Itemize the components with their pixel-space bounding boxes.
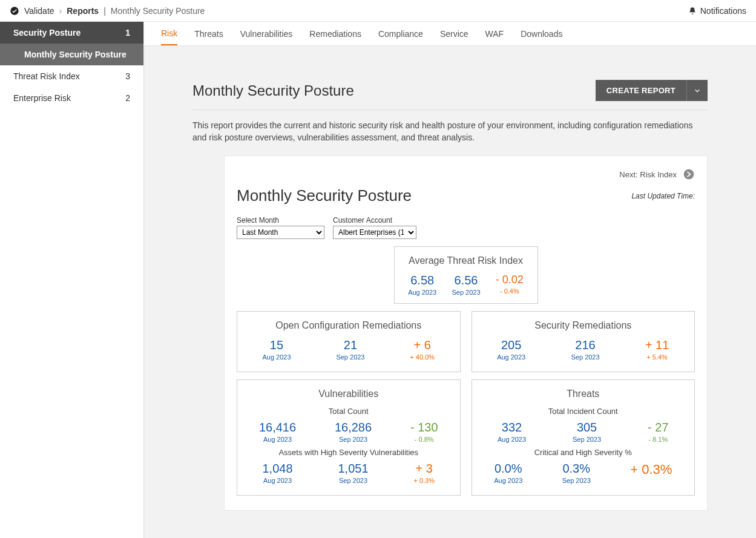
kpi-value-b: 0.3% — [562, 462, 591, 476]
kpi-value-b: 6.56 — [452, 274, 480, 287]
chevron-down-icon — [693, 87, 702, 95]
next-link[interactable]: Next: Risk Index — [619, 170, 677, 179]
kpi-value-a: 1,048 — [262, 462, 292, 476]
kpi-delta: + 11 — [645, 338, 669, 352]
kpi-value-a: 16,416 — [259, 421, 296, 435]
arrow-right-circle-icon[interactable] — [683, 168, 695, 180]
kpi-title: Security Remediations — [478, 320, 689, 331]
sidebar-item-label: Enterprise Risk — [13, 93, 71, 103]
kpi-value-b: 305 — [573, 421, 601, 435]
sidebar-item-label: Threat Risk Index — [13, 71, 80, 81]
kpi-delta: - 130 — [410, 421, 438, 435]
tabs: Risk Threats Vulnerabilities Remediation… — [144, 22, 756, 46]
sidebar-item-label: Security Posture — [13, 28, 81, 38]
kpi-subtitle: Assets with High Severity Vulnerabilitie… — [243, 448, 454, 457]
kpi-open-config-remediations: Open Configuration Remediations 15 Aug 2… — [237, 311, 461, 372]
sidebar: Security Posture 1 Monthly Security Post… — [0, 22, 144, 538]
report-panel: Next: Risk Index Monthly Security Postur… — [224, 156, 708, 511]
kpi-value-b: 216 — [571, 338, 600, 352]
notifications-label: Notifications — [700, 6, 746, 16]
tab-downloads[interactable]: Downloads — [521, 23, 562, 45]
kpi-pct: - 0.8% — [410, 436, 438, 443]
svg-point-1 — [684, 169, 694, 180]
kpi-pct: + 40.0% — [410, 353, 435, 361]
kpi-title: Vulnerabilities — [243, 389, 454, 399]
chevron-right-icon: › — [59, 6, 62, 16]
sidebar-item-monthly-security-posture[interactable]: Monthly Security Posture — [0, 44, 143, 65]
kpi-delta: - 0.02 — [496, 274, 524, 286]
kpi-vulnerabilities: Vulnerabilities Total Count 16,416 Aug 2… — [237, 379, 461, 496]
tab-remediations[interactable]: Remediations — [309, 23, 361, 45]
kpi-period-b: Sep 2023 — [562, 477, 591, 484]
kpi-title: Average Threat Risk Index — [404, 255, 528, 266]
create-report-button[interactable]: CREATE REPORT — [596, 80, 686, 101]
kpi-delta: + 6 — [410, 338, 435, 352]
kpi-value-b: 21 — [336, 338, 364, 352]
kpi-period-a: Aug 2023 — [497, 353, 525, 361]
sidebar-item-security-posture[interactable]: Security Posture 1 — [0, 22, 143, 44]
create-report-dropdown-button[interactable] — [686, 80, 708, 101]
kpi-subtitle: Critical and High Severity % — [478, 448, 689, 457]
kpi-title: Open Configuration Remediations — [243, 320, 454, 331]
tab-compliance[interactable]: Compliance — [378, 23, 423, 45]
page-description: This report provides the current and his… — [192, 120, 708, 143]
kpi-period-b: Sep 2023 — [452, 289, 480, 296]
kpi-period-b: Sep 2023 — [571, 353, 600, 361]
kpi-pct: - 8.1% — [648, 436, 668, 443]
kpi-period-a: Aug 2023 — [408, 289, 436, 296]
kpi-delta: + 0.3% — [630, 462, 672, 477]
breadcrumb-section[interactable]: Reports — [67, 6, 99, 16]
kpi-period-b: Sep 2023 — [573, 436, 601, 443]
customer-account-group: Customer Account Albert Enterprises (107… — [333, 216, 416, 239]
kpi-subtitle: Total Count — [243, 407, 454, 416]
kpi-period-a: Aug 2023 — [262, 353, 291, 361]
breadcrumb-sep: | — [104, 6, 106, 16]
kpi-period-b: Sep 2023 — [336, 353, 364, 361]
kpi-value-a: 6.58 — [408, 274, 436, 287]
kpi-value-b: 1,051 — [338, 462, 368, 476]
tab-service[interactable]: Service — [440, 23, 468, 45]
sidebar-item-label: Monthly Security Posture — [24, 50, 127, 59]
kpi-delta: - 27 — [648, 421, 668, 435]
kpi-value-a: 332 — [498, 421, 526, 435]
kpi-value-a: 15 — [262, 338, 291, 352]
breadcrumb-page: Monthly Security Posture — [111, 6, 205, 16]
report-title: Monthly Security Posture — [237, 186, 412, 205]
select-month-dropdown[interactable]: Last Month — [237, 226, 324, 239]
tab-vulnerabilities[interactable]: Vulnerabilities — [240, 23, 293, 45]
kpi-threat-risk-index: Average Threat Risk Index 6.58 Aug 2023 … — [394, 246, 538, 304]
kpi-subtitle: Total Incident Count — [478, 407, 689, 416]
tab-waf[interactable]: WAF — [485, 23, 504, 45]
kpi-threats: Threats Total Incident Count 332 Aug 202… — [472, 379, 695, 496]
sidebar-item-enterprise-risk[interactable]: Enterprise Risk 2 — [0, 87, 143, 109]
breadcrumb-root[interactable]: Validate — [24, 6, 54, 16]
customer-account-dropdown[interactable]: Albert Enterprises (1078… — [333, 226, 416, 239]
bell-icon — [688, 7, 697, 15]
select-month-label: Select Month — [237, 216, 324, 225]
main-content: Risk Threats Vulnerabilities Remediation… — [144, 22, 756, 538]
kpi-period-a: Aug 2023 — [498, 436, 526, 443]
sidebar-item-count: 3 — [125, 71, 130, 81]
kpi-value-a: 205 — [497, 338, 525, 352]
kpi-period-b: Sep 2023 — [338, 477, 368, 484]
top-bar: Validate › Reports | Monthly Security Po… — [0, 0, 756, 22]
kpi-title: Threats — [478, 389, 689, 399]
tab-threats[interactable]: Threats — [194, 23, 223, 45]
check-circle-icon — [10, 6, 19, 16]
sidebar-item-threat-risk-index[interactable]: Threat Risk Index 3 — [0, 65, 143, 87]
kpi-period-b: Sep 2023 — [335, 436, 372, 443]
kpi-value-b: 16,286 — [335, 421, 372, 435]
notifications-button[interactable]: Notifications — [688, 6, 746, 16]
kpi-period-a: Aug 2023 — [259, 436, 296, 443]
kpi-pct: - 0.4% — [496, 287, 524, 295]
last-updated-label: Last Updated Time: — [631, 192, 695, 200]
kpi-delta: + 3 — [413, 462, 435, 476]
breadcrumb: Validate › Reports | Monthly Security Po… — [10, 6, 205, 16]
sidebar-item-count: 2 — [125, 93, 130, 103]
kpi-period-a: Aug 2023 — [494, 477, 522, 484]
tab-risk[interactable]: Risk — [161, 22, 177, 45]
sidebar-item-count: 1 — [125, 28, 130, 38]
kpi-security-remediations: Security Remediations 205 Aug 2023 216 S… — [472, 311, 695, 372]
customer-account-label: Customer Account — [333, 216, 416, 225]
kpi-period-a: Aug 2023 — [262, 477, 292, 484]
